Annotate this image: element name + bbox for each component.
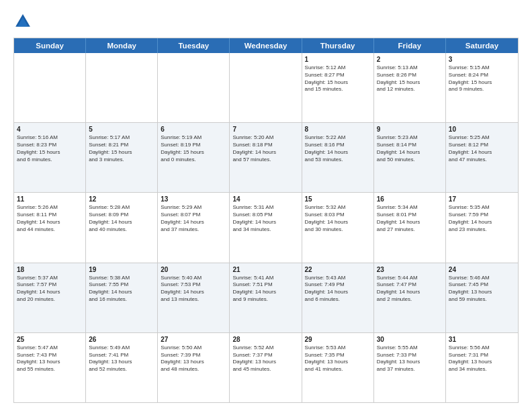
calendar-cell [86, 53, 158, 122]
day-number: 15 [305, 195, 371, 203]
day-info: Sunrise: 5:40 AM Sunset: 7:53 PM Dayligh… [161, 275, 226, 304]
day-info: Sunrise: 5:15 AM Sunset: 8:24 PM Dayligh… [449, 64, 515, 93]
day-number: 27 [161, 335, 226, 344]
day-number: 13 [161, 195, 226, 203]
day-info: Sunrise: 5:35 AM Sunset: 7:59 PM Dayligh… [449, 204, 515, 233]
day-number: 3 [449, 55, 515, 64]
calendar-cell: 18Sunrise: 5:37 AM Sunset: 7:57 PM Dayli… [14, 263, 86, 332]
day-number: 9 [377, 125, 443, 134]
day-number: 7 [232, 125, 298, 134]
day-number: 22 [305, 265, 371, 274]
day-info: Sunrise: 5:38 AM Sunset: 7:55 PM Dayligh… [89, 275, 154, 304]
calendar-cell [158, 53, 230, 122]
day-info: Sunrise: 5:29 AM Sunset: 8:07 PM Dayligh… [161, 204, 226, 233]
calendar-cell: 27Sunrise: 5:50 AM Sunset: 7:39 PM Dayli… [158, 333, 230, 402]
calendar-row: 11Sunrise: 5:26 AM Sunset: 8:11 PM Dayli… [14, 193, 518, 263]
calendar-cell: 15Sunrise: 5:32 AM Sunset: 8:03 PM Dayli… [302, 193, 374, 262]
day-number: 1 [305, 55, 371, 64]
day-info: Sunrise: 5:55 AM Sunset: 7:33 PM Dayligh… [377, 345, 443, 373]
day-number: 16 [377, 195, 443, 203]
day-info: Sunrise: 5:26 AM Sunset: 8:11 PM Dayligh… [17, 204, 83, 233]
calendar-cell: 29Sunrise: 5:53 AM Sunset: 7:35 PM Dayli… [302, 333, 374, 402]
header [13, 12, 519, 31]
day-info: Sunrise: 5:43 AM Sunset: 7:49 PM Dayligh… [305, 275, 371, 304]
day-info: Sunrise: 5:56 AM Sunset: 7:31 PM Dayligh… [449, 345, 515, 373]
day-number: 24 [449, 265, 515, 274]
calendar-cell: 2Sunrise: 5:13 AM Sunset: 8:26 PM Daylig… [374, 53, 446, 122]
calendar-cell: 22Sunrise: 5:43 AM Sunset: 7:49 PM Dayli… [302, 263, 374, 332]
day-number: 14 [232, 195, 298, 203]
weekday-header: Tuesday [158, 38, 230, 53]
logo [13, 12, 35, 31]
calendar-cell: 9Sunrise: 5:23 AM Sunset: 8:14 PM Daylig… [374, 123, 446, 192]
calendar-cell: 1Sunrise: 5:12 AM Sunset: 8:27 PM Daylig… [302, 53, 374, 122]
calendar-body: 1Sunrise: 5:12 AM Sunset: 8:27 PM Daylig… [14, 53, 518, 402]
day-info: Sunrise: 5:46 AM Sunset: 7:45 PM Dayligh… [449, 275, 515, 304]
day-info: Sunrise: 5:37 AM Sunset: 7:57 PM Dayligh… [17, 275, 83, 304]
day-info: Sunrise: 5:13 AM Sunset: 8:26 PM Dayligh… [377, 64, 443, 93]
calendar: SundayMondayTuesdayWednesdayThursdayFrid… [13, 38, 519, 403]
calendar-cell: 8Sunrise: 5:22 AM Sunset: 8:16 PM Daylig… [302, 123, 374, 192]
calendar-row: 4Sunrise: 5:16 AM Sunset: 8:23 PM Daylig… [14, 123, 518, 193]
day-info: Sunrise: 5:25 AM Sunset: 8:12 PM Dayligh… [449, 134, 515, 163]
day-info: Sunrise: 5:22 AM Sunset: 8:16 PM Dayligh… [305, 134, 371, 163]
weekday-header: Friday [374, 38, 446, 53]
day-number: 4 [17, 125, 83, 134]
calendar-cell: 19Sunrise: 5:38 AM Sunset: 7:55 PM Dayli… [86, 263, 158, 332]
day-info: Sunrise: 5:52 AM Sunset: 7:37 PM Dayligh… [232, 345, 298, 373]
day-number: 30 [377, 335, 443, 344]
calendar-cell: 12Sunrise: 5:28 AM Sunset: 8:09 PM Dayli… [86, 193, 158, 262]
calendar-row: 18Sunrise: 5:37 AM Sunset: 7:57 PM Dayli… [14, 263, 518, 333]
day-number: 11 [17, 195, 83, 203]
calendar-cell: 4Sunrise: 5:16 AM Sunset: 8:23 PM Daylig… [14, 123, 86, 192]
calendar-cell [14, 53, 86, 122]
weekday-header: Sunday [14, 38, 86, 53]
day-number: 2 [377, 55, 443, 64]
calendar-cell: 25Sunrise: 5:47 AM Sunset: 7:43 PM Dayli… [14, 333, 86, 402]
calendar-cell: 24Sunrise: 5:46 AM Sunset: 7:45 PM Dayli… [446, 263, 518, 332]
day-number: 21 [232, 265, 298, 274]
day-info: Sunrise: 5:32 AM Sunset: 8:03 PM Dayligh… [305, 204, 371, 233]
calendar-cell: 17Sunrise: 5:35 AM Sunset: 7:59 PM Dayli… [446, 193, 518, 262]
calendar-cell: 6Sunrise: 5:19 AM Sunset: 8:19 PM Daylig… [158, 123, 230, 192]
calendar-cell: 14Sunrise: 5:31 AM Sunset: 8:05 PM Dayli… [230, 193, 302, 262]
day-number: 31 [449, 335, 515, 344]
calendar-cell [230, 53, 302, 122]
weekday-header: Thursday [302, 38, 374, 53]
day-number: 29 [305, 335, 371, 344]
weekday-header: Wednesday [230, 38, 302, 53]
calendar-cell: 26Sunrise: 5:49 AM Sunset: 7:41 PM Dayli… [86, 333, 158, 402]
day-info: Sunrise: 5:53 AM Sunset: 7:35 PM Dayligh… [305, 345, 371, 373]
calendar-cell: 16Sunrise: 5:34 AM Sunset: 8:01 PM Dayli… [374, 193, 446, 262]
day-number: 25 [17, 335, 83, 344]
calendar-row: 25Sunrise: 5:47 AM Sunset: 7:43 PM Dayli… [14, 333, 518, 402]
day-info: Sunrise: 5:44 AM Sunset: 7:47 PM Dayligh… [377, 275, 443, 304]
calendar-header: SundayMondayTuesdayWednesdayThursdayFrid… [14, 38, 518, 53]
day-info: Sunrise: 5:31 AM Sunset: 8:05 PM Dayligh… [232, 204, 298, 233]
day-info: Sunrise: 5:28 AM Sunset: 8:09 PM Dayligh… [89, 204, 154, 233]
calendar-cell: 31Sunrise: 5:56 AM Sunset: 7:31 PM Dayli… [446, 333, 518, 402]
day-info: Sunrise: 5:23 AM Sunset: 8:14 PM Dayligh… [377, 134, 443, 163]
day-info: Sunrise: 5:12 AM Sunset: 8:27 PM Dayligh… [305, 64, 371, 93]
day-info: Sunrise: 5:16 AM Sunset: 8:23 PM Dayligh… [17, 134, 83, 163]
calendar-cell: 20Sunrise: 5:40 AM Sunset: 7:53 PM Dayli… [158, 263, 230, 332]
calendar-cell: 7Sunrise: 5:20 AM Sunset: 8:18 PM Daylig… [230, 123, 302, 192]
day-number: 19 [89, 265, 154, 274]
day-number: 18 [17, 265, 83, 274]
day-number: 26 [89, 335, 154, 344]
weekday-header: Saturday [446, 38, 518, 53]
day-number: 6 [161, 125, 226, 134]
day-number: 17 [449, 195, 515, 203]
calendar-cell: 13Sunrise: 5:29 AM Sunset: 8:07 PM Dayli… [158, 193, 230, 262]
weekday-header: Monday [86, 38, 158, 53]
day-info: Sunrise: 5:49 AM Sunset: 7:41 PM Dayligh… [89, 345, 154, 373]
calendar-cell: 23Sunrise: 5:44 AM Sunset: 7:47 PM Dayli… [374, 263, 446, 332]
day-info: Sunrise: 5:41 AM Sunset: 7:51 PM Dayligh… [232, 275, 298, 304]
day-number: 20 [161, 265, 226, 274]
day-number: 23 [377, 265, 443, 274]
calendar-cell: 30Sunrise: 5:55 AM Sunset: 7:33 PM Dayli… [374, 333, 446, 402]
calendar-cell: 11Sunrise: 5:26 AM Sunset: 8:11 PM Dayli… [14, 193, 86, 262]
day-info: Sunrise: 5:20 AM Sunset: 8:18 PM Dayligh… [232, 134, 298, 163]
calendar-cell: 5Sunrise: 5:17 AM Sunset: 8:21 PM Daylig… [86, 123, 158, 192]
logo-icon [13, 12, 32, 31]
